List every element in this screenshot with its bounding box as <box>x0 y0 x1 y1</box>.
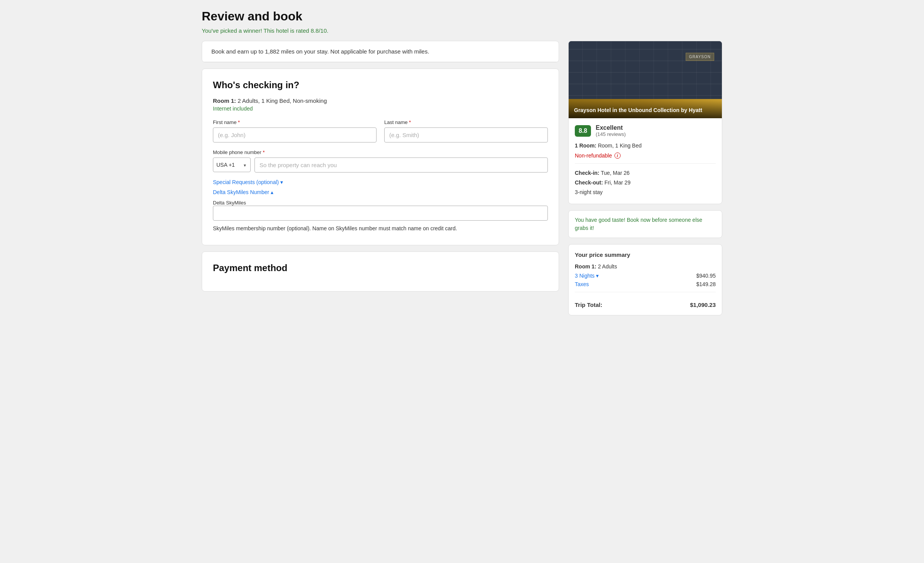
trip-total-label: Trip Total: <box>575 302 602 308</box>
hotel-card: GRAYSON Grayson Hotel in the Unbound Col… <box>568 41 722 204</box>
dates-section: Check-in: Tue, Mar 26 Check-out: Fri, Ma… <box>575 168 716 198</box>
skymiles-link[interactable]: Delta SkyMiles Number ▴ <box>213 189 548 195</box>
winner-message: You've picked a winner! This hotel is ra… <box>202 27 722 34</box>
checking-in-card: Who's checking in? Room 1: 2 Adults, 1 K… <box>202 69 559 245</box>
first-name-required: * <box>238 119 240 125</box>
skymiles-chevron: ▴ <box>271 189 273 195</box>
mobile-label: Mobile phone number * <box>213 149 548 155</box>
trip-total-amount: $1,090.23 <box>690 302 716 308</box>
nights-price-row: 3 Nights ▾ $940.95 <box>575 273 716 279</box>
last-name-input[interactable] <box>384 127 548 142</box>
price-summary-title: Your price summary <box>575 251 716 258</box>
last-name-label: Last name * <box>384 119 548 125</box>
payment-method-title: Payment method <box>213 263 548 273</box>
skymiles-input[interactable] <box>213 206 548 221</box>
hotel-image-container: GRAYSON Grayson Hotel in the Unbound Col… <box>569 41 722 118</box>
phone-number-input[interactable] <box>254 158 548 173</box>
non-refundable-label: Non-refundable i <box>575 152 716 159</box>
last-name-group: Last name * <box>384 119 548 142</box>
country-select-wrapper: USA +1 CAN +1 GBR +44 AUS +61 <box>213 158 251 173</box>
info-icon[interactable]: i <box>614 152 621 159</box>
internet-included: Internet included <box>213 106 548 112</box>
nights-link[interactable]: 3 Nights ▾ <box>575 273 599 279</box>
facade-sign: GRAYSON <box>686 53 714 61</box>
checking-in-title: Who's checking in? <box>213 80 548 90</box>
night-stay: 3-night stay <box>575 188 716 197</box>
nights-amount: $940.95 <box>696 273 716 279</box>
right-column: GRAYSON Grayson Hotel in the Unbound Col… <box>568 41 722 315</box>
hotel-info-section: 8.8 Excellent (145 reviews) 1 Room: Room… <box>569 118 722 204</box>
price-room-label: Room 1: 2 Adults <box>575 263 716 270</box>
country-code-select[interactable]: USA +1 CAN +1 GBR +44 AUS +61 <box>213 158 251 172</box>
price-divider <box>575 292 716 292</box>
phone-select-wrap: USA +1 CAN +1 GBR +44 AUS +61 <box>213 158 548 173</box>
nights-chevron-icon: ▾ <box>596 273 599 279</box>
skymiles-note: SkyMiles membership number (optional). N… <box>213 225 548 233</box>
taxes-amount: $149.28 <box>696 281 716 287</box>
miles-banner-text: Book and earn up to 1,882 miles on your … <box>202 41 559 62</box>
rating-text: Excellent (145 reviews) <box>596 124 626 137</box>
rating-excellent: Excellent <box>596 124 626 131</box>
skymiles-field-label: Delta SkyMiles <box>213 200 246 206</box>
payment-method-card: Payment method <box>202 251 559 292</box>
hotel-divider <box>575 163 716 164</box>
first-name-label: First name * <box>213 119 377 125</box>
hotel-image-overlay: Grayson Hotel in the Unbound Collection … <box>569 101 722 118</box>
name-form-row: First name * Last name * <box>213 119 548 142</box>
mobile-required: * <box>263 149 264 155</box>
first-name-input[interactable] <box>213 127 377 142</box>
miles-banner-card: Book and earn up to 1,882 miles on your … <box>202 41 559 62</box>
checkout-row: Check-out: Fri, Mar 29 <box>575 178 716 188</box>
page-title: Review and book <box>202 9 722 23</box>
special-requests-link[interactable]: Special Requests (optional) ▾ <box>213 179 548 185</box>
special-requests-chevron: ▾ <box>280 179 283 185</box>
trip-total-row: Trip Total: $1,090.23 <box>575 297 716 308</box>
last-name-required: * <box>409 119 411 125</box>
taxes-link[interactable]: Taxes <box>575 281 589 287</box>
first-name-group: First name * <box>213 119 377 142</box>
taste-message: You have good taste! Book now before som… <box>575 216 716 232</box>
skymiles-section: Delta SkyMiles SkyMiles membership numbe… <box>213 199 548 233</box>
taste-card: You have good taste! Book now before som… <box>568 210 722 238</box>
checkin-row: Check-in: Tue, Mar 26 <box>575 168 716 178</box>
rating-row: 8.8 Excellent (145 reviews) <box>575 124 716 137</box>
left-column: Book and earn up to 1,882 miles on your … <box>202 41 559 292</box>
room-details: 1 Room: Room, 1 King Bed <box>575 142 716 149</box>
room-label: Room 1: 2 Adults, 1 King Bed, Non-smokin… <box>213 97 548 104</box>
price-summary-card: Your price summary Room 1: 2 Adults 3 Ni… <box>568 244 722 315</box>
rating-badge: 8.8 <box>575 125 591 137</box>
rating-reviews: (145 reviews) <box>596 131 626 137</box>
phone-group: Mobile phone number * USA +1 CAN +1 GBR … <box>213 149 548 173</box>
hotel-image-title: Grayson Hotel in the Unbound Collection … <box>574 107 716 114</box>
taxes-price-row: Taxes $149.28 <box>575 281 716 287</box>
